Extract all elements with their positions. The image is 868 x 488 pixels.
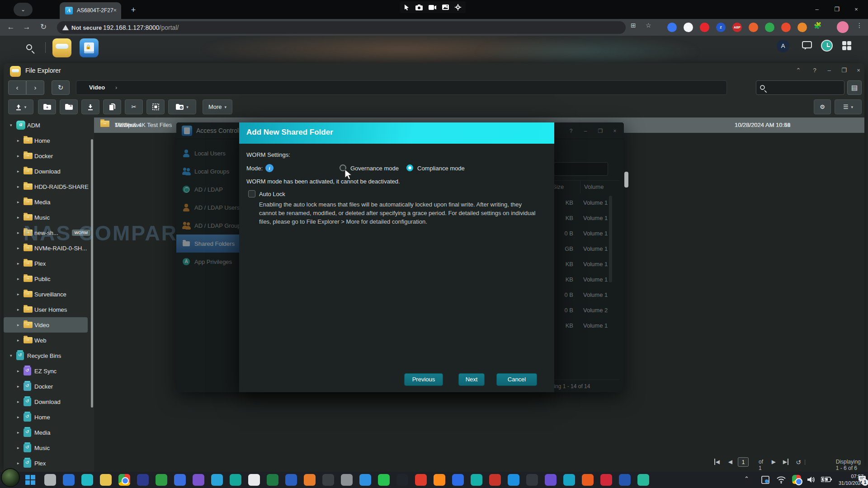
taskbar-app-icon[interactable] <box>600 474 612 486</box>
tree-expand-icon[interactable]: ▸ <box>17 430 24 435</box>
extension-icon[interactable] <box>797 23 807 32</box>
tray-app-icon[interactable] <box>761 476 769 484</box>
paste-button[interactable] <box>146 99 165 114</box>
tree-expand-icon[interactable]: ▸ <box>17 138 24 143</box>
tree-expand-icon[interactable]: ▸ <box>17 246 24 250</box>
tree-expand-icon[interactable]: ▸ <box>17 169 24 174</box>
tree-item[interactable]: ▸ User Homes <box>4 302 94 317</box>
tree-item[interactable]: ▸ Download <box>4 164 94 179</box>
tree-expand-icon[interactable]: ▾ <box>10 123 16 127</box>
tree-item[interactable]: ▸ Video <box>4 317 88 333</box>
battery-icon[interactable] <box>821 477 832 482</box>
compliance-label[interactable]: Compliance mode <box>417 165 465 172</box>
taskbar-app-icon[interactable] <box>359 474 371 486</box>
taskbar-app-icon[interactable] <box>563 474 575 486</box>
previous-button[interactable]: Previous <box>404 373 443 386</box>
access-control-dock-icon[interactable] <box>80 38 99 57</box>
omnibox[interactable]: Not secure 192.168.1.127:8000/portal/ <box>57 21 626 34</box>
taskbar-app-icon[interactable] <box>137 474 149 486</box>
tree-expand-icon[interactable]: ▸ <box>17 384 24 389</box>
gallery-icon[interactable] <box>442 5 449 10</box>
taskbar-app-icon[interactable] <box>44 474 56 486</box>
extension-icon[interactable]: G <box>684 23 693 32</box>
screen-recorder-toolbar[interactable] <box>400 1 466 13</box>
translate-icon[interactable]: ⊞ <box>631 22 636 29</box>
taskbar-app-icon[interactable] <box>248 474 260 486</box>
upload-button[interactable]: ▾ <box>8 99 33 114</box>
extension-icon[interactable] <box>781 23 791 32</box>
nav-refresh-button[interactable]: ↻ <box>52 80 70 95</box>
window-maximize-button[interactable]: ❐ <box>830 5 844 14</box>
tray-expand-icon[interactable]: ⌃ <box>744 475 749 482</box>
prev-page-icon[interactable]: ◀ <box>728 459 732 465</box>
taskbar-app-icon[interactable] <box>396 474 408 486</box>
browser-reload-button[interactable]: ↻ <box>37 20 50 34</box>
tree-item[interactable]: ▸ Home <box>4 133 94 148</box>
first-page-icon[interactable]: ◀ <box>714 459 720 465</box>
settings-gear-button[interactable]: ⚙ <box>814 99 831 114</box>
tree-expand-icon[interactable]: ▸ <box>17 338 24 343</box>
view-toggle-button[interactable]: ▤ <box>847 80 862 95</box>
extension-icon[interactable]: ABP <box>732 23 742 32</box>
cancel-button[interactable]: Cancel <box>496 373 537 386</box>
tree-item[interactable]: ▸ Web <box>4 333 94 348</box>
user-avatar[interactable]: A <box>777 40 789 52</box>
nav-back-button[interactable]: ‹ <box>8 80 26 95</box>
tree-expand-icon[interactable]: ▸ <box>17 415 24 419</box>
close-tab-icon[interactable]: × <box>113 7 117 14</box>
extension-icon[interactable] <box>765 23 774 32</box>
taskbar-app-icon[interactable] <box>100 474 112 486</box>
tree-item[interactable]: ▸ Media <box>4 425 94 440</box>
tree-expand-icon[interactable]: ▸ <box>17 154 24 158</box>
tree-expand-icon[interactable]: ▸ <box>17 369 24 373</box>
taskbar-app-icon[interactable] <box>508 474 519 486</box>
clock-widget-icon[interactable] <box>821 40 833 52</box>
more-button[interactable]: More▾ <box>203 99 232 114</box>
taskbar-app-icon[interactable] <box>471 474 482 486</box>
next-button[interactable]: Next <box>458 373 485 386</box>
gear-icon[interactable] <box>455 4 461 10</box>
taskbar-app-icon[interactable] <box>545 474 557 486</box>
browser-tab[interactable]: A AS6804T-2F27 × <box>60 2 121 19</box>
tree-expand-icon[interactable]: ▸ <box>17 461 24 465</box>
auto-lock-label[interactable]: Auto Lock <box>259 191 285 197</box>
taskbar-app-icon[interactable] <box>267 474 278 486</box>
tree-item[interactable]: ▸ Plex <box>4 455 94 471</box>
file-explorer-title-bar[interactable]: File Explorer ⌃ ? – ❐ × <box>4 63 864 79</box>
tree-item[interactable]: ▾ Recycle Bins <box>4 348 94 363</box>
start-button[interactable] <box>25 475 35 485</box>
browser-forward-button[interactable]: → <box>20 20 33 34</box>
browser-back-button[interactable]: ← <box>5 20 17 34</box>
tree-item[interactable]: ▸ Media <box>4 194 94 210</box>
taskbar-app-icon[interactable] <box>63 474 75 486</box>
chat-icon[interactable] <box>802 41 812 50</box>
tree-item[interactable]: ▸ Music <box>4 440 94 455</box>
tree-item[interactable]: ▸ Docker <box>4 148 94 164</box>
tree-expand-icon[interactable]: ▸ <box>17 184 24 189</box>
minimize-icon[interactable]: – <box>823 66 835 75</box>
extension-icon[interactable] <box>749 23 758 32</box>
copy-button[interactable] <box>103 99 121 114</box>
bookmark-star-icon[interactable]: ☆ <box>646 22 651 29</box>
window-minimize-button[interactable]: – <box>810 5 824 14</box>
info-icon[interactable]: i <box>265 164 274 172</box>
extension-icon[interactable]: Z <box>716 23 726 32</box>
browser-menu-icon[interactable]: ⋮ <box>856 22 863 29</box>
taskbar-app-icon[interactable] <box>174 474 186 486</box>
taskbar-app-icon[interactable] <box>378 474 390 486</box>
taskbar-app-icon[interactable] <box>304 474 316 486</box>
tab-search-button[interactable]: ⌄ <box>14 3 33 16</box>
extension-icon[interactable] <box>667 23 677 32</box>
compliance-radio[interactable] <box>406 164 413 171</box>
tree-expand-icon[interactable]: ▸ <box>17 292 24 296</box>
tree-item[interactable]: ▸ Public <box>4 271 94 286</box>
tree-expand-icon[interactable]: ▸ <box>17 446 24 450</box>
tree-item[interactable]: ▸ Plex <box>4 256 94 271</box>
taskbar-app-icon[interactable] <box>489 474 501 486</box>
wifi-icon[interactable] <box>777 476 786 483</box>
nav-forward-button[interactable]: › <box>26 80 44 95</box>
volume-icon[interactable] <box>807 476 816 483</box>
adm-search-icon[interactable] <box>26 44 32 50</box>
not-secure-chip[interactable]: Not secure <box>62 21 102 34</box>
list-view-button[interactable]: ☰▾ <box>835 99 862 114</box>
